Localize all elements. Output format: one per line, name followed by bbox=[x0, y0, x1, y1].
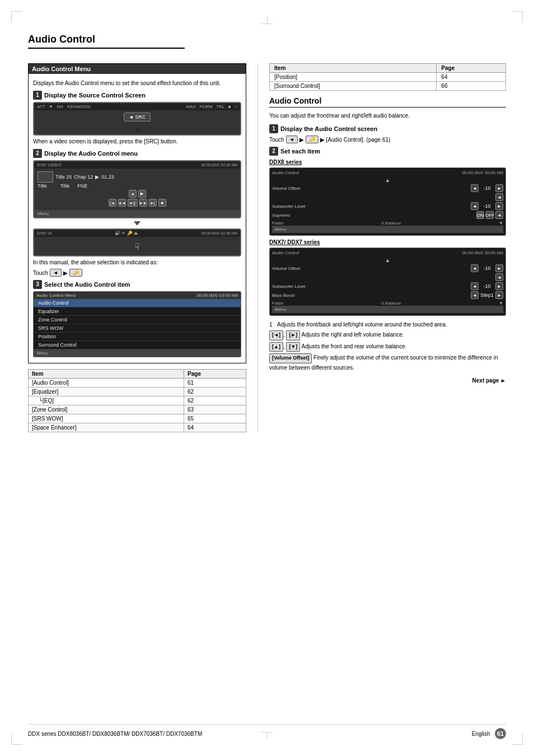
dvd-fm-label: FNE bbox=[77, 183, 87, 189]
menu-item-surround-control[interactable]: Surround Control bbox=[34, 341, 241, 349]
table-cell-surround: [Surround Control] bbox=[270, 82, 437, 91]
ddx8-screen-title: Audio Control bbox=[272, 170, 299, 175]
arrow-down-icon bbox=[134, 221, 140, 226]
dnx7-bass-left[interactable]: ◄ bbox=[471, 291, 479, 299]
table-cell-page: 65 bbox=[184, 414, 246, 423]
ddx8-volume-offset-row: Volume Offset ◄ -10 ► bbox=[272, 184, 503, 192]
section-body-audio-control-menu: Displays the Audio Control menu to set t… bbox=[29, 74, 246, 363]
dnx7-sub-left-btn[interactable]: ◄ bbox=[495, 273, 503, 281]
item-table-header-item: Item bbox=[29, 370, 184, 379]
right-touch-btn-2[interactable]: 🔑 bbox=[306, 136, 318, 143]
table-row: └[EQ] 62 bbox=[29, 396, 246, 405]
right-touch-btn-1[interactable]: ◄ bbox=[286, 136, 298, 143]
ddx8-supremo-on[interactable]: ON bbox=[476, 211, 484, 219]
dvd-icons2: 🔊 ✕ 🔑 ⏏ bbox=[115, 231, 138, 236]
right-step2-title: 2 Set each item bbox=[269, 147, 506, 156]
ddx8-sub-right[interactable]: ► bbox=[495, 202, 503, 210]
ddx8-supremo-back[interactable]: ◄ bbox=[495, 211, 503, 219]
step1-hand-icon: ☟ bbox=[34, 124, 240, 134]
ddx8-volume-offset-controls: ◄ -10 ► bbox=[471, 184, 503, 192]
table-cell-page: 62 bbox=[184, 396, 246, 405]
dvd-ctrl-row1: ◄ ▶ bbox=[38, 190, 237, 198]
dnx7-menu-bar: Menu bbox=[272, 306, 503, 313]
dvd-btn-prev-prev[interactable]: |◄ bbox=[109, 199, 116, 207]
dnx7-vol-left[interactable]: ◄ bbox=[471, 264, 479, 272]
btn-left-icon: [◄] bbox=[269, 330, 283, 340]
src-button[interactable]: ◄ SRC bbox=[124, 113, 151, 122]
step3-title: 3 Select the Audio Control item bbox=[33, 280, 241, 289]
dvd-btn-prev[interactable]: ◄◄ bbox=[118, 199, 126, 207]
dvd-row1: Title 25 Chap 12 ▶ 01.23 bbox=[38, 171, 237, 183]
menu-item-zone-control[interactable]: Zone Control bbox=[34, 316, 241, 324]
ddx8-up-arrow: ▲ bbox=[272, 177, 503, 183]
dvd-time1: 00:00:00/0 01:00 NN bbox=[201, 163, 237, 167]
ddx8-vol-offset-left[interactable]: ◄ bbox=[471, 184, 479, 192]
right-step2-title-text: Set each item bbox=[280, 148, 320, 155]
down-arrow-indicator bbox=[33, 220, 241, 227]
table-row: [Surround Control] 66 bbox=[270, 82, 506, 91]
top-crosshair bbox=[261, 17, 273, 24]
dnx7-bass-right[interactable]: ► bbox=[495, 291, 503, 299]
corner-mark-tr bbox=[512, 11, 523, 22]
table-row: [Equalizer] 62 bbox=[29, 388, 246, 396]
ddx8-subwoofer-row: ◄ bbox=[272, 193, 503, 201]
right-column: Item Page [Position] 64 [Surround Contro… bbox=[269, 63, 506, 432]
section-header-audio-control-menu: Audio Control Menu bbox=[29, 64, 246, 74]
dvd-title-bar1: DVD VIDEO bbox=[37, 162, 62, 167]
touch-btn-2[interactable]: 🔑 bbox=[69, 269, 82, 277]
dvd-label1: Title bbox=[38, 183, 47, 189]
step2-title: 2 Display the Audio Control menu bbox=[33, 149, 241, 158]
touch-btn-1[interactable]: ◄ bbox=[50, 269, 62, 277]
notes-section: 1 Adjusts the front/back and left/right … bbox=[269, 320, 506, 372]
menu-screen-time: 00:00:00/0 03:00 NN bbox=[196, 293, 238, 298]
dvd-title-label: Title 25 bbox=[55, 174, 72, 180]
right-description: You can adjust the front/rear and right/… bbox=[269, 112, 506, 120]
source-screen: ATT ▼ MX KENWOOD MAX FDRM TRL ■ □ ◄ SRC … bbox=[33, 102, 241, 136]
small-table-header-page: Page bbox=[437, 64, 506, 73]
ddx8-sub-left2[interactable]: ◄ bbox=[471, 202, 479, 210]
dvd-time-value: 01.23 bbox=[101, 174, 114, 180]
ddx8-supremo-label: Supremo bbox=[272, 213, 476, 218]
dvd-btn-playpause[interactable]: ►|| bbox=[128, 199, 138, 207]
dvd-btn-rewind[interactable]: ◄ bbox=[129, 190, 137, 198]
menu-item-position[interactable]: Position bbox=[34, 333, 241, 341]
corner-mark-tl bbox=[11, 11, 22, 22]
dvd-btn-stop[interactable]: ■ bbox=[158, 199, 166, 207]
arrow-sep: ▶ bbox=[63, 270, 68, 276]
menu-screen-title: Audio Control Menu bbox=[36, 293, 76, 298]
dnx7-subwoofer-label2: Subwoofer Level bbox=[272, 284, 471, 289]
ddx8-vol-offset-val: -10 bbox=[480, 185, 494, 191]
right-small-table: Item Page [Position] 64 [Surround Contro… bbox=[269, 63, 506, 91]
dvd-thumb bbox=[38, 171, 53, 183]
table-row: [Zone Control] 63 bbox=[29, 405, 246, 414]
step1-title-text: Display the Source Control Screen bbox=[44, 92, 146, 99]
dnx7-sub-left-ctrl: ◄ bbox=[495, 273, 503, 281]
step2-title-text: Display the Audio Control menu bbox=[44, 150, 138, 157]
btn-right-icon: [►] bbox=[286, 330, 300, 340]
dnx7-volume-offset-row: Volume Offset ◄ -10 ► bbox=[272, 264, 503, 272]
dvd-btn-play[interactable]: ▶ bbox=[138, 190, 146, 198]
ddx8-supremo-off[interactable]: OFF bbox=[486, 211, 494, 219]
ddx8-subwoofer-label2: Subwoofer Level bbox=[272, 204, 471, 209]
page-number: 61 bbox=[495, 728, 506, 739]
btn-down-icon: [▼] bbox=[286, 342, 300, 352]
dnx7-vol-right[interactable]: ► bbox=[495, 264, 503, 272]
menu-item-srs-wow[interactable]: SRS WOW bbox=[34, 324, 241, 333]
ddx8-balance-label: 0 Balance bbox=[381, 221, 401, 226]
ddx8-volume-offset-label: Volume Offset bbox=[272, 186, 471, 191]
menu-item-audio-control[interactable]: Audio Control bbox=[34, 299, 241, 307]
table-cell-item: [Zone Control] bbox=[29, 405, 184, 414]
ddx8-sub-left-btn[interactable]: ◄ bbox=[495, 193, 503, 201]
note-item-1: 1 Adjusts the front/back and left/right … bbox=[269, 320, 506, 329]
touch-text: Touch bbox=[33, 270, 48, 276]
table-row: [Position] 64 bbox=[270, 73, 506, 82]
dnx7-sub-left2[interactable]: ◄ bbox=[471, 282, 479, 290]
dvd-play-icon: ▶ bbox=[95, 174, 99, 180]
note-item-arrows-lr: [◄], [►] Adjusts the right and left volu… bbox=[269, 330, 506, 340]
dvd-btn-next[interactable]: ►► bbox=[139, 199, 147, 207]
right-touch-text: Touch bbox=[269, 137, 284, 143]
ddx8-vol-offset-right[interactable]: ► bbox=[495, 184, 503, 192]
menu-item-equalizer[interactable]: Equalizer bbox=[34, 307, 241, 316]
dnx7-sub-right[interactable]: ► bbox=[495, 282, 503, 290]
dvd-btn-next-next[interactable]: ►| bbox=[149, 199, 157, 207]
